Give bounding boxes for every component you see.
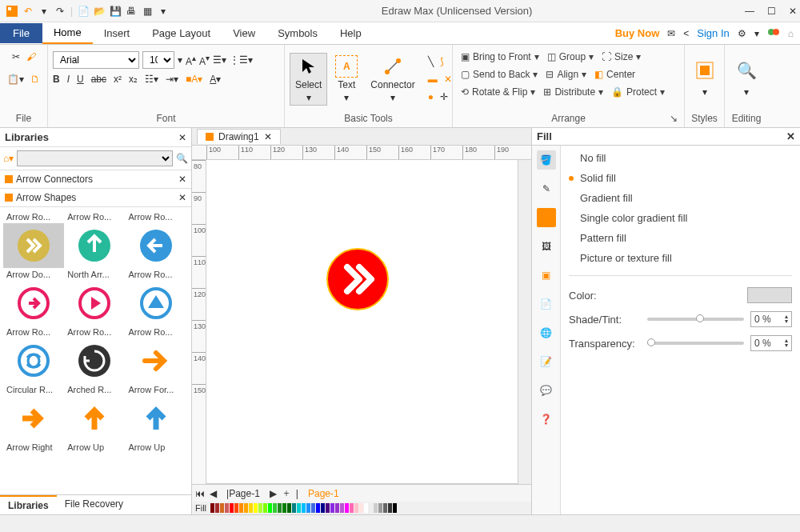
fill-option-pattern[interactable]: Pattern fill	[569, 232, 792, 244]
connector-tool[interactable]: Connector▾	[366, 54, 419, 105]
lib-section-arrow-shapes[interactable]: Arrow Shapes ✕	[0, 189, 191, 207]
crop-tool-icon[interactable]: ✛	[440, 91, 448, 102]
color-swatch[interactable]	[220, 503, 224, 513]
menu-symbols[interactable]: Symbols	[266, 23, 329, 43]
superscript-button[interactable]: x²	[114, 74, 122, 85]
sign-in-link[interactable]: Sign In	[697, 27, 729, 39]
color-swatch[interactable]	[225, 503, 229, 513]
open-icon[interactable]: 📂	[94, 6, 105, 17]
image-icon[interactable]: 🖼	[537, 237, 556, 256]
page-icon[interactable]: 📄	[537, 294, 556, 314]
menu-file[interactable]: File	[0, 23, 42, 43]
minimize-button[interactable]: —	[745, 6, 754, 17]
size-button[interactable]: ⛶ Size ▾	[598, 50, 644, 64]
fill-option-gradient[interactable]: Gradient fill	[569, 192, 792, 204]
transparency-value-input[interactable]: 0 %▴▾	[750, 335, 792, 351]
doc-icon[interactable]: 🗋	[30, 74, 40, 85]
color-swatch[interactable]	[239, 503, 243, 513]
color-swatch[interactable]	[268, 503, 272, 513]
menu-page-layout[interactable]: Page Layout	[141, 23, 222, 43]
send-to-back-button[interactable]: ▢ Send to Back ▾	[458, 67, 541, 82]
undo-icon[interactable]: ↶	[22, 6, 34, 17]
shape-arrow-triangle-up[interactable]	[125, 281, 186, 326]
cloud-icon[interactable]	[767, 26, 780, 41]
color-swatch[interactable]	[258, 503, 262, 513]
chevron-down-icon[interactable]: ▾	[38, 6, 50, 17]
close-section-icon[interactable]: ✕	[178, 174, 186, 185]
close-section-icon[interactable]: ✕	[178, 192, 186, 203]
document-tab[interactable]: Drawing1 ✕	[197, 129, 281, 144]
menu-home[interactable]: Home	[42, 22, 93, 44]
shade-slider[interactable]	[647, 318, 744, 321]
color-swatch[interactable]	[374, 503, 378, 513]
protect-button[interactable]: 🔒 Protect ▾	[608, 85, 668, 99]
library-dropdown[interactable]	[17, 150, 173, 166]
gear-dropdown[interactable]: ▾	[754, 28, 759, 39]
layers-icon[interactable]: ▣	[537, 266, 556, 285]
color-swatch[interactable]	[330, 503, 334, 513]
color-swatch[interactable]	[254, 503, 258, 513]
color-swatch[interactable]	[364, 503, 368, 513]
shape-arrow-left[interactable]	[125, 223, 186, 268]
color-swatch[interactable]	[354, 503, 358, 513]
menu-insert[interactable]: Insert	[93, 23, 142, 43]
export-icon[interactable]: ▦	[142, 6, 153, 17]
color-swatch[interactable]	[249, 503, 253, 513]
color-swatch[interactable]	[335, 503, 339, 513]
tab-libraries[interactable]: Libraries	[0, 495, 57, 514]
indent-icon[interactable]: ⇥▾	[166, 74, 178, 85]
curve-tool-icon[interactable]: ⟆	[440, 56, 444, 67]
color-swatch[interactable]	[383, 503, 387, 513]
maximize-button[interactable]: ☐	[767, 6, 776, 17]
line-spacing-icon[interactable]: ☷▾	[145, 74, 158, 85]
align-button[interactable]: ⊟ Align ▾	[542, 67, 590, 82]
close-button[interactable]: ✕	[789, 6, 797, 17]
color-swatch[interactable]	[292, 503, 296, 513]
home-shape-icon[interactable]: ⌂▾	[3, 153, 14, 164]
menu-view[interactable]: View	[222, 23, 266, 43]
page-tab-active[interactable]: Page-1	[303, 488, 344, 499]
lib-section-arrow-connectors[interactable]: Arrow Connectors ✕	[0, 170, 191, 189]
color-swatch[interactable]	[316, 503, 320, 513]
page-nav-prev[interactable]: ◀	[210, 488, 217, 499]
page-tab-1[interactable]: |Page-1	[222, 488, 265, 499]
envelope-icon[interactable]: ✉	[667, 28, 675, 39]
help-icon[interactable]: ❓	[537, 410, 556, 429]
page-nav-next[interactable]: ▶	[270, 488, 277, 499]
fill-option-single-gradient[interactable]: Single color gradient fill	[569, 212, 792, 224]
color-swatch[interactable]	[282, 503, 286, 513]
select-tool[interactable]: Select▾	[290, 53, 327, 106]
redo-icon[interactable]: ↷	[54, 6, 66, 17]
color-swatch[interactable]	[321, 503, 325, 513]
doc-settings-icon[interactable]: 📝	[537, 352, 556, 371]
gear-icon[interactable]: ⚙	[738, 28, 746, 39]
color-swatch[interactable]	[306, 503, 310, 513]
brush-icon[interactable]: 🖌	[26, 51, 36, 62]
shape-arrow-double[interactable]	[3, 223, 64, 268]
color-swatch[interactable]	[263, 503, 267, 513]
new-doc-icon[interactable]: 📄	[78, 6, 89, 17]
fill-option-solid[interactable]: Solid fill	[569, 172, 792, 184]
highlight-icon[interactable]: ■A▾	[186, 74, 202, 85]
shape-arched-refresh[interactable]	[64, 338, 125, 383]
text-tool[interactable]: A Text▾	[330, 54, 362, 105]
bring-to-front-button[interactable]: ▣ Bring to Front ▾	[458, 50, 542, 64]
distribute-button[interactable]: ⊞ Distribute ▾	[540, 85, 606, 99]
scrollbar-vertical[interactable]	[518, 160, 531, 484]
color-swatch[interactable]	[388, 503, 392, 513]
share-icon[interactable]: <	[683, 28, 689, 39]
color-swatch[interactable]	[215, 503, 219, 513]
group-button[interactable]: ◫ Group ▾	[544, 50, 597, 64]
fill-option-picture[interactable]: Picture or texture fill	[569, 252, 792, 264]
color-picker-button[interactable]	[747, 287, 792, 303]
color-swatch[interactable]	[273, 503, 277, 513]
close-panel-icon[interactable]: ✕	[178, 132, 186, 143]
line-tool-icon[interactable]: ╲	[428, 56, 434, 67]
page-nav-first[interactable]: ⏮	[195, 488, 205, 499]
color-swatch[interactable]	[297, 503, 301, 513]
italic-button[interactable]: I	[67, 74, 70, 85]
color-swatch[interactable]	[340, 503, 344, 513]
color-swatch[interactable]	[210, 503, 214, 513]
ellipse-tool-icon[interactable]: ●	[428, 91, 434, 102]
menu-help[interactable]: Help	[329, 23, 373, 43]
